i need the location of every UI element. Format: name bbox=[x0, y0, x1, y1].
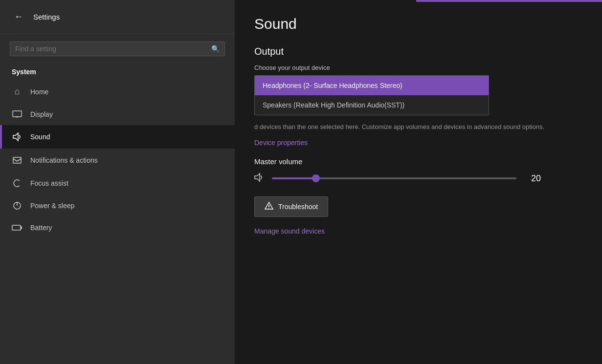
svg-rect-8 bbox=[21, 227, 22, 229]
sidebar-header: ← Settings bbox=[0, 0, 235, 34]
battery-icon bbox=[12, 224, 22, 231]
main-content: Sound Output Choose your output device H… bbox=[235, 0, 602, 364]
volume-slider-thumb[interactable] bbox=[312, 174, 320, 182]
home-icon: ⌂ bbox=[12, 86, 22, 97]
svg-rect-7 bbox=[12, 225, 21, 230]
sidebar-item-focus[interactable]: Focus assist bbox=[0, 172, 235, 194]
volume-label: Master volume bbox=[254, 157, 582, 166]
output-device-dropdown[interactable]: Headphones (2- Surface Headphones Stereo… bbox=[254, 75, 489, 115]
page-title: Sound bbox=[254, 16, 582, 32]
dropdown-open: Headphones (2- Surface Headphones Stereo… bbox=[254, 75, 489, 115]
warning-icon bbox=[265, 202, 273, 212]
svg-rect-0 bbox=[13, 111, 22, 117]
svg-marker-9 bbox=[255, 173, 260, 181]
sidebar-item-display-label: Display bbox=[30, 110, 53, 118]
search-input[interactable] bbox=[15, 45, 211, 53]
sidebar-item-home[interactable]: ⌂ Home bbox=[0, 80, 235, 104]
dropdown-option-speakers[interactable]: Speakers (Realtek High Definition Audio(… bbox=[255, 95, 489, 115]
display-icon bbox=[12, 110, 22, 118]
svg-marker-3 bbox=[13, 133, 18, 141]
sound-icon bbox=[12, 132, 22, 142]
search-icon: 🔍 bbox=[211, 45, 220, 53]
settings-title: Settings bbox=[33, 13, 60, 21]
volume-icon bbox=[254, 172, 265, 185]
output-section-title: Output bbox=[254, 46, 582, 57]
sidebar-item-battery[interactable]: Battery bbox=[0, 217, 235, 238]
volume-value: 20 bbox=[523, 173, 541, 184]
output-device-label: Choose your output device bbox=[254, 64, 582, 71]
sidebar-item-home-label: Home bbox=[30, 88, 48, 96]
helper-text: d devices than the one selected here. Cu… bbox=[254, 122, 567, 132]
system-label: System bbox=[0, 64, 235, 80]
sidebar-item-sound-label: Sound bbox=[30, 133, 50, 141]
volume-row: 20 bbox=[254, 172, 582, 185]
sidebar-item-battery-label: Battery bbox=[30, 224, 52, 232]
troubleshoot-label: Troubleshoot bbox=[278, 203, 318, 211]
sidebar: ← Settings 🔍 System ⌂ Home Display Sound bbox=[0, 0, 235, 364]
sidebar-item-notifications[interactable]: Notifications & actions bbox=[0, 149, 235, 172]
power-icon bbox=[12, 201, 22, 210]
search-box[interactable]: 🔍 bbox=[10, 42, 225, 56]
sidebar-item-sound[interactable]: Sound bbox=[0, 125, 235, 149]
volume-slider-track[interactable] bbox=[272, 177, 516, 179]
back-button[interactable]: ← bbox=[12, 10, 25, 23]
volume-slider-fill bbox=[272, 177, 316, 179]
focus-icon bbox=[12, 179, 22, 188]
top-bar-accent bbox=[416, 0, 602, 2]
sidebar-item-display[interactable]: Display bbox=[0, 104, 235, 125]
sidebar-item-focus-label: Focus assist bbox=[30, 179, 68, 187]
sidebar-item-notifications-label: Notifications & actions bbox=[30, 156, 98, 164]
device-properties-link[interactable]: Device properties bbox=[254, 139, 582, 147]
sidebar-item-power-label: Power & sleep bbox=[30, 202, 74, 210]
svg-rect-4 bbox=[13, 157, 21, 163]
dropdown-option-headphones[interactable]: Headphones (2- Surface Headphones Stereo… bbox=[255, 76, 489, 95]
sidebar-item-power[interactable]: Power & sleep bbox=[0, 194, 235, 217]
manage-sound-devices-link[interactable]: Manage sound devices bbox=[254, 227, 325, 235]
notifications-icon bbox=[12, 155, 22, 165]
troubleshoot-button[interactable]: Troubleshoot bbox=[254, 196, 328, 217]
svg-point-12 bbox=[268, 208, 269, 208]
